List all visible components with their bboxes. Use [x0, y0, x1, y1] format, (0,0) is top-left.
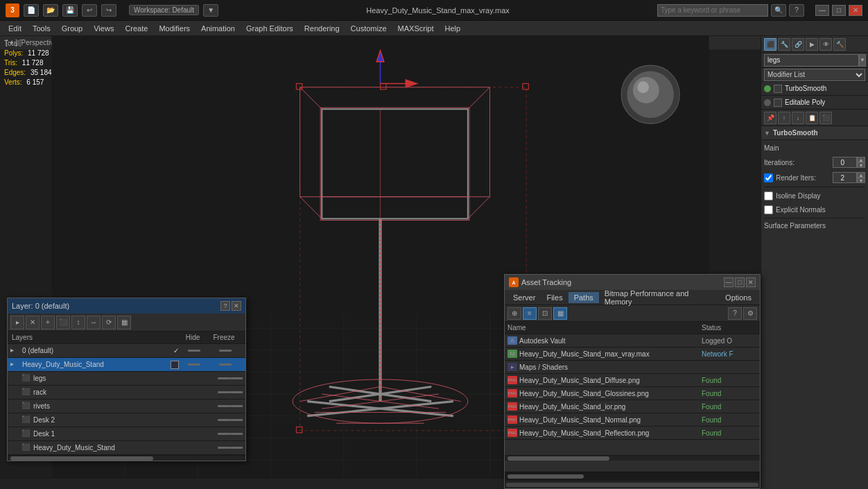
asset-row-vault[interactable]: A Autodesk Vault Logged O [505, 334, 760, 348]
asset-tool-2[interactable]: ≡ [523, 307, 537, 320]
asset-menu-server[interactable]: Server [507, 292, 541, 303]
menu-help[interactable]: Help [440, 23, 467, 34]
asset-row-reflection[interactable]: PNG Heavy_Duty_Music_Stand_Reflection.pn… [505, 427, 760, 440]
ld-filter-btn[interactable]: ▦ [117, 316, 131, 329]
undo-btn[interactable]: ↩ [82, 4, 97, 17]
mod-checkbox[interactable] [774, 85, 782, 93]
layer-scroll-thumb[interactable] [10, 456, 153, 461]
redo-btn[interactable]: ↪ [101, 4, 116, 17]
asset-minimize-btn[interactable]: — [724, 277, 734, 287]
asset-help-btn[interactable]: ? [728, 307, 742, 320]
asset-tool-4[interactable]: ▦ [553, 307, 567, 320]
asset-hscroll-thumb[interactable] [507, 474, 584, 479]
asset-hscrollbar2[interactable] [505, 472, 760, 480]
ri-down-btn[interactable]: ▼ [857, 178, 865, 183]
save-btn[interactable]: 💾 [62, 4, 78, 17]
asset-vscroll-thumb[interactable] [507, 456, 609, 461]
rp-arrow-up-icon[interactable]: ↑ [778, 112, 790, 124]
layer-scrollbar[interactable] [8, 455, 245, 461]
menu-views[interactable]: Views [88, 23, 119, 34]
iterations-spinner[interactable]: ▲ ▼ [857, 157, 865, 168]
layer-heavy-checkbox[interactable] [171, 361, 179, 369]
ld-add-btn[interactable]: + [41, 316, 55, 329]
asset-close-btn[interactable]: ✕ [746, 277, 756, 287]
asset-tool-3[interactable]: ⊡ [538, 307, 552, 320]
ld-move2-btn[interactable]: ↔ [87, 316, 101, 329]
asset-row-ior[interactable]: PNG Heavy_Duty_Music_Stand_ior.png Found [505, 400, 760, 413]
rp-create-icon[interactable]: ⬛ [764, 38, 776, 51]
asset-menu-options[interactable]: Options [720, 292, 757, 303]
workspace-dropdown[interactable]: ▼ [203, 4, 218, 17]
layer-sub-desk2[interactable]: ⬛ Desk 2 [8, 413, 245, 427]
render-iters-spinner[interactable]: ▲ ▼ [857, 172, 865, 183]
asset-row-maps[interactable]: ▸ Maps / Shaders [505, 361, 760, 374]
asset-tool-1[interactable]: ⊕ [507, 307, 521, 320]
open-btn[interactable]: 📂 [43, 4, 58, 17]
asset-menu-files[interactable]: Files [541, 292, 568, 303]
layer-sub-rack[interactable]: ⬛ rack [8, 386, 245, 400]
rp-hierarchy-icon[interactable]: 🔗 [792, 38, 804, 51]
menu-group[interactable]: Group [56, 23, 89, 34]
menu-rendering[interactable]: Rendering [299, 23, 345, 34]
iter-down-btn[interactable]: ▼ [857, 162, 865, 168]
layer-dialog-close-btn[interactable]: ✕ [232, 301, 241, 311]
ri-up-btn[interactable]: ▲ [857, 172, 865, 178]
window-close-btn[interactable]: ✕ [849, 5, 862, 16]
isoline-checkbox[interactable] [764, 191, 773, 200]
menu-tools[interactable]: Tools [27, 23, 56, 34]
window-maximize-btn[interactable]: □ [832, 5, 846, 16]
asset-hscrollbar[interactable] [505, 480, 760, 488]
asset-row-normal[interactable]: PNG Heavy_Duty_Music_Stand_Normal.png Fo… [505, 413, 760, 427]
menu-edit[interactable]: Edit [3, 23, 27, 34]
layer-sub-legs[interactable]: ⬛ legs [8, 372, 245, 386]
rp-paste-icon[interactable]: 📋 [806, 112, 818, 124]
help-icon[interactable]: ? [789, 4, 804, 17]
window-minimize-btn[interactable]: — [815, 5, 829, 16]
search-btn[interactable]: 🔍 [771, 4, 786, 17]
iterations-input[interactable] [833, 157, 857, 168]
modifier-turbosm[interactable]: TurboSmooth [761, 82, 868, 96]
asset-row-diffuse[interactable]: PNG Heavy_Duty_Music_Stand_Diffuse.png F… [505, 374, 760, 387]
workspace-selector[interactable]: Workspace: Default [129, 5, 199, 15]
layer-row-default[interactable]: ▸ 0 (default) ✓ [8, 344, 245, 358]
asset-vscrollbar[interactable] [505, 455, 760, 461]
render-iters-input[interactable] [833, 172, 857, 183]
ld-delete-btn[interactable]: ✕ [26, 316, 40, 329]
ld-refresh-btn[interactable]: ⟳ [102, 316, 116, 329]
layer-sub-heavy-obj[interactable]: ⬛ Heavy_Duty_Music_Stand [8, 441, 245, 455]
modifier-editpoly[interactable]: Editable Poly [761, 96, 868, 110]
iter-up-btn[interactable]: ▲ [857, 157, 865, 162]
asset-maximize-btn[interactable]: □ [735, 277, 745, 287]
rp-arrow-down-icon[interactable]: ↓ [792, 112, 804, 124]
rp-pin-icon[interactable]: 📌 [764, 112, 776, 124]
search-input[interactable] [657, 4, 768, 17]
render-iters-checkbox[interactable] [764, 173, 773, 182]
layer-dialog-question-btn[interactable]: ? [220, 301, 230, 311]
object-name-input[interactable] [764, 54, 859, 67]
ld-expand-btn[interactable]: ▸ [10, 316, 24, 329]
turbosm-header[interactable]: ▼ TurboSmooth [761, 126, 868, 140]
explicit-normals-checkbox[interactable] [764, 205, 773, 214]
layer-sub-desk1[interactable]: ⬛ Desk 1 [8, 427, 245, 441]
rp-utilities-icon[interactable]: 🔨 [833, 38, 846, 51]
menu-modifiers[interactable]: Modifiers [153, 23, 196, 34]
menu-animation[interactable]: Animation [196, 23, 241, 34]
object-name-dropdown[interactable]: ▼ [859, 54, 866, 67]
rp-motion-icon[interactable]: ▶ [806, 38, 818, 51]
asset-menu-bitmap-perf[interactable]: Bitmap Performance and Memory [599, 288, 720, 307]
new-btn[interactable]: 📄 [24, 4, 39, 17]
asset-hscroll-track[interactable] [506, 483, 758, 487]
layer-row-heavy-duty[interactable]: ▸ Heavy_Duty_Music_Stand [8, 358, 245, 372]
rp-display-icon[interactable]: 👁 [819, 38, 832, 51]
mod-checkbox-2[interactable] [774, 98, 782, 107]
menu-customize[interactable]: Customize [345, 23, 392, 34]
menu-maxscript[interactable]: MAXScript [392, 23, 440, 34]
layer-sub-rivets[interactable]: ⬛ rivets [8, 400, 245, 413]
asset-menu-paths[interactable]: Paths [568, 292, 599, 303]
asset-settings-btn[interactable]: ⚙ [743, 307, 757, 320]
menu-create[interactable]: Create [119, 23, 153, 34]
modifier-list-dropdown[interactable]: Modifier List [764, 69, 865, 81]
rp-modify-icon[interactable]: 🔧 [778, 38, 790, 51]
asset-row-max[interactable]: M Heavy_Duty_Music_Stand_max_vray.max Ne… [505, 348, 760, 361]
layer-dialog-titlebar[interactable]: Layer: 0 (default) ? ✕ [8, 298, 245, 314]
